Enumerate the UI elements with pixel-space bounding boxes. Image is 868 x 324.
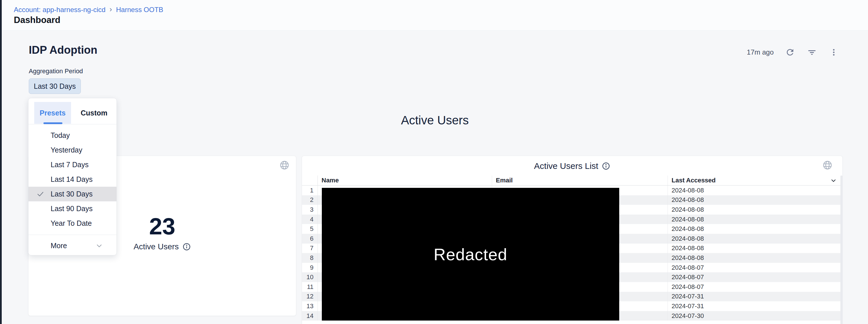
more-options-button[interactable] <box>828 47 839 58</box>
breadcrumb-current-link[interactable]: Harness OOTB <box>116 6 163 14</box>
breadcrumb-chevron-icon: › <box>110 6 112 13</box>
top-header: Account: app-harness-ng-cicd › Harness O… <box>2 0 868 30</box>
last-accessed-label: Last Accessed <box>672 177 716 184</box>
checkmark-icon <box>36 190 44 198</box>
last-accessed-cell: 2024-07-31 <box>668 292 841 301</box>
last-accessed-cell: 2024-08-08 <box>668 195 841 205</box>
more-presets-button[interactable]: More <box>29 238 117 253</box>
preset-option-label: Year To Date <box>51 219 92 227</box>
row-number-cell: 11 <box>302 282 318 292</box>
kebab-menu-icon <box>830 48 838 57</box>
breadcrumb: Account: app-harness-ng-cicd › Harness O… <box>14 6 163 14</box>
last-accessed-cell: 2024-08-07 <box>668 263 841 273</box>
preset-option-yesterday[interactable]: Yesterday <box>29 143 117 157</box>
table-header-row: Name Email Last Accessed <box>302 176 841 186</box>
last-accessed-cell: 2024-08-08 <box>668 253 841 263</box>
row-number-cell: 13 <box>302 301 318 311</box>
dropdown-divider <box>29 235 117 235</box>
globe-icon[interactable] <box>279 160 290 170</box>
redacted-overlay: Redacted <box>322 188 619 321</box>
row-number-cell: 14 <box>302 311 318 321</box>
row-number-cell: 3 <box>302 205 318 215</box>
period-dropdown-panel: Presets Custom TodayYesterdayLast 7 Days… <box>28 98 117 255</box>
last-accessed-cell: 2024-08-08 <box>668 234 841 244</box>
sort-chevron-icon[interactable] <box>830 177 837 184</box>
row-number-cell: 7 <box>302 244 318 253</box>
column-header-last-accessed[interactable]: Last Accessed <box>668 176 841 185</box>
last-accessed-cell: 2024-08-07 <box>668 272 841 282</box>
aggregation-period-selector[interactable]: Last 30 Days <box>29 78 81 94</box>
last-accessed-cell: 2024-08-08 <box>668 186 841 195</box>
row-number-cell: 6 <box>302 234 318 244</box>
dashboard-widget-title: IDP Adoption <box>29 44 97 56</box>
row-number-cell: 2 <box>302 195 318 205</box>
info-icon[interactable] <box>182 243 191 251</box>
refresh-icon <box>785 47 795 57</box>
preset-option-label: Today <box>51 131 70 140</box>
row-number-column-header <box>302 176 318 185</box>
preset-option-last-14-days[interactable]: Last 14 Days <box>29 172 117 187</box>
tab-presets[interactable]: Presets <box>34 102 71 124</box>
row-number-cell: 1 <box>302 186 318 195</box>
table-title: Active Users List <box>534 161 598 171</box>
section-heading: Active Users <box>2 113 868 127</box>
preset-option-label: Last 30 Days <box>51 190 93 198</box>
more-label: More <box>51 242 67 250</box>
table-scrollbar[interactable] <box>840 176 842 324</box>
last-refreshed-label: 17m ago <box>747 48 774 56</box>
column-header-name[interactable]: Name <box>318 176 492 185</box>
preset-option-year-to-date[interactable]: Year To Date <box>29 216 117 231</box>
refresh-button[interactable] <box>784 47 796 58</box>
filter-icon <box>807 47 817 57</box>
last-accessed-cell: 2024-07-31 <box>668 301 841 311</box>
collapsed-sidebar-edge <box>0 0 2 324</box>
row-number-cell: 12 <box>302 292 318 301</box>
dashboard-content: IDP Adoption 17m ago Aggregation Period … <box>2 30 868 324</box>
preset-option-last-7-days[interactable]: Last 7 Days <box>29 157 117 172</box>
tabs-divider <box>29 124 117 124</box>
metric-label: Active Users <box>133 242 179 251</box>
info-icon[interactable] <box>602 162 610 170</box>
filter-button[interactable] <box>806 47 817 58</box>
preset-options-list: TodayYesterdayLast 7 DaysLast 14 DaysLas… <box>29 128 117 231</box>
tab-custom[interactable]: Custom <box>77 102 111 124</box>
redacted-label: Redacted <box>434 245 507 264</box>
dashboard-controls: 17m ago <box>747 47 839 58</box>
page-title: Dashboard <box>14 15 60 25</box>
row-number-cell: 8 <box>302 253 318 263</box>
last-accessed-cell: 2024-08-08 <box>668 215 841 224</box>
preset-option-today[interactable]: Today <box>29 128 117 143</box>
column-header-email[interactable]: Email <box>492 176 668 185</box>
last-accessed-cell: 2024-08-08 <box>668 205 841 215</box>
last-accessed-cell: 2024-08-08 <box>668 224 841 234</box>
active-users-list-card: Active Users List Name Email Last Access… <box>302 156 843 324</box>
preset-option-last-30-days[interactable]: Last 30 Days <box>29 187 117 201</box>
last-accessed-cell: 2024-08-07 <box>668 282 841 292</box>
row-number-cell: 9 <box>302 263 318 273</box>
aggregation-period-label: Aggregation Period <box>29 68 83 75</box>
preset-option-label: Last 7 Days <box>51 160 89 169</box>
row-number-cell: 10 <box>302 272 318 282</box>
row-number-cell: 4 <box>302 215 318 224</box>
last-accessed-cell: 2024-08-08 <box>668 244 841 253</box>
preset-option-label: Last 90 Days <box>51 205 93 213</box>
last-accessed-cell: 2024-07-30 <box>668 311 841 321</box>
preset-option-label: Yesterday <box>51 146 82 154</box>
row-number-cell: 5 <box>302 224 318 234</box>
preset-option-last-90-days[interactable]: Last 90 Days <box>29 201 117 216</box>
breadcrumb-account-link[interactable]: Account: app-harness-ng-cicd <box>14 6 105 14</box>
chevron-down-icon <box>95 242 103 250</box>
preset-option-label: Last 14 Days <box>51 175 93 184</box>
